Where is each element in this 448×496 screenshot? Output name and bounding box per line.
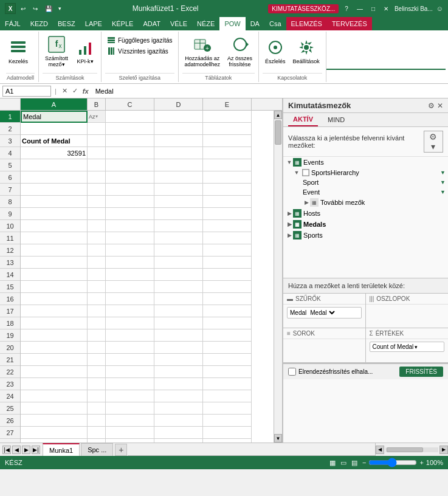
- sheet-nav-first[interactable]: |◀: [2, 446, 11, 454]
- sheet-tab-munka1[interactable]: Munka1: [43, 443, 80, 456]
- row-header-4[interactable]: 4: [0, 147, 20, 159]
- add-sheet-button[interactable]: +: [115, 444, 127, 456]
- cell-c13[interactable]: [106, 257, 154, 269]
- drop-chip-count-medal[interactable]: Count of Medal ▾: [370, 342, 445, 352]
- cell-a3[interactable]: Count of Medal: [21, 135, 88, 147]
- checkbox-icon[interactable]: [302, 169, 309, 176]
- cell-a13[interactable]: [21, 257, 88, 269]
- cell-c26[interactable]: [106, 415, 154, 427]
- filter-icon[interactable]: ▼: [440, 170, 446, 176]
- cell-e6[interactable]: [203, 171, 252, 184]
- sheet-nav-last[interactable]: ▶|: [32, 446, 40, 454]
- cell-c3[interactable]: [106, 135, 154, 147]
- cell-e28[interactable]: [203, 439, 252, 443]
- cell-e3[interactable]: [203, 135, 252, 147]
- row-header-21[interactable]: 21: [0, 354, 20, 366]
- row-header-9[interactable]: 9: [0, 208, 20, 220]
- cell-c5[interactable]: [106, 159, 154, 171]
- tab-vele[interactable]: VÉLE: [165, 17, 192, 30]
- row-header-18[interactable]: 18: [0, 317, 20, 329]
- cell-e10[interactable]: [203, 220, 252, 232]
- cell-a12[interactable]: [21, 244, 88, 257]
- cell-e11[interactable]: [203, 232, 252, 244]
- sheet-tab-spc[interactable]: Spc ...: [81, 443, 113, 456]
- cell-d7[interactable]: [154, 184, 203, 196]
- szamitott-mezo-button[interactable]: f x Számítottmező▾: [43, 33, 71, 69]
- cell-b1[interactable]: Az ▾: [88, 111, 106, 123]
- cell-d25[interactable]: [154, 402, 203, 415]
- tab-aktiv[interactable]: AKTÍV: [288, 113, 318, 126]
- cell-e16[interactable]: [203, 293, 252, 305]
- values-dropdown-arrow[interactable]: ▾: [415, 344, 418, 350]
- cell-d17[interactable]: [154, 305, 203, 317]
- row-header-24[interactable]: 24: [0, 390, 20, 402]
- cell-a26[interactable]: [21, 415, 88, 427]
- row-header-6[interactable]: 6: [0, 171, 20, 184]
- cell-b24[interactable]: [88, 390, 106, 402]
- row-header-19[interactable]: 19: [0, 329, 20, 342]
- cell-d14[interactable]: [154, 269, 203, 281]
- osszes-frissites-button[interactable]: Az összesfrissítése: [225, 33, 255, 69]
- help-button[interactable]: ?: [342, 4, 351, 13]
- cell-e18[interactable]: [203, 317, 252, 329]
- cell-b20[interactable]: [88, 342, 106, 354]
- cell-a11[interactable]: [21, 232, 88, 244]
- cell-a18[interactable]: [21, 317, 88, 329]
- cell-d24[interactable]: [154, 390, 203, 402]
- tab-elemzes[interactable]: ELEMZÉS: [286, 17, 327, 30]
- cell-c6[interactable]: [106, 171, 154, 184]
- cell-b19[interactable]: [88, 329, 106, 342]
- row-header-11[interactable]: 11: [0, 232, 20, 244]
- cell-d6[interactable]: [154, 171, 203, 184]
- cell-c1[interactable]: [106, 111, 154, 123]
- hozzaadas-button[interactable]: + Hozzáadás azadatmodellhez: [182, 33, 223, 69]
- cell-e7[interactable]: [203, 184, 252, 196]
- cell-a25[interactable]: [21, 402, 88, 415]
- cell-c14[interactable]: [106, 269, 154, 281]
- cell-c11[interactable]: [106, 232, 154, 244]
- row-header-1[interactable]: 1: [0, 111, 20, 123]
- cell-d12[interactable]: [154, 244, 203, 257]
- scroll-down-button[interactable]: ▼: [274, 434, 282, 443]
- cell-e1[interactable]: [203, 111, 252, 123]
- expand-icon[interactable]: ▼: [286, 159, 293, 166]
- cell-b26[interactable]: [88, 415, 106, 427]
- cell-d18[interactable]: [154, 317, 203, 329]
- sheet-nav-next[interactable]: ▶: [22, 446, 30, 454]
- vizs-igazitas-button[interactable]: Vízszintes igazítás: [105, 46, 170, 56]
- row-header-23[interactable]: 23: [0, 378, 20, 390]
- expand-icon[interactable]: ▶: [286, 232, 293, 239]
- h-scroll-thumb[interactable]: [387, 447, 423, 452]
- col-header-a[interactable]: A: [21, 98, 88, 110]
- cell-d13[interactable]: [154, 257, 203, 269]
- row-header-26[interactable]: 26: [0, 415, 20, 427]
- cell-b5[interactable]: [88, 159, 106, 171]
- cell-c24[interactable]: [106, 390, 154, 402]
- cell-b23[interactable]: [88, 378, 106, 390]
- expand-icon[interactable]: ▶: [303, 199, 310, 206]
- cell-d8[interactable]: [154, 196, 203, 208]
- cell-a14[interactable]: [21, 269, 88, 281]
- expand-icon[interactable]: ▶: [286, 210, 293, 217]
- cell-a24[interactable]: [21, 390, 88, 402]
- cell-b2[interactable]: [88, 123, 106, 135]
- h-scroll-right[interactable]: ▶: [439, 446, 448, 454]
- cell-c27[interactable]: [106, 427, 154, 439]
- tab-besz[interactable]: BESZ: [53, 17, 80, 30]
- cell-b22[interactable]: [88, 366, 106, 378]
- cell-b17[interactable]: [88, 305, 106, 317]
- cell-c12[interactable]: [106, 244, 154, 257]
- cell-c21[interactable]: [106, 354, 154, 366]
- cell-a5[interactable]: [21, 159, 88, 171]
- row-header-5[interactable]: 5: [0, 159, 20, 171]
- cell-a16[interactable]: [21, 293, 88, 305]
- cell-b3[interactable]: [88, 135, 106, 147]
- cell-a8[interactable]: [21, 196, 88, 208]
- tab-neze[interactable]: NÉZE: [192, 17, 219, 30]
- cell-a27[interactable]: [21, 427, 88, 439]
- cell-e26[interactable]: [203, 415, 252, 427]
- cell-e4[interactable]: [203, 147, 252, 159]
- cell-b11[interactable]: [88, 232, 106, 244]
- vertical-scrollbar[interactable]: ▲ ▼: [274, 111, 282, 443]
- h-scroll-track[interactable]: [385, 447, 438, 452]
